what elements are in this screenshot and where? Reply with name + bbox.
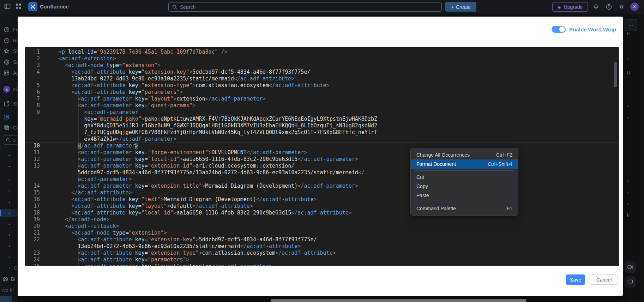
menu-item-cut[interactable]: Cut — [411, 173, 518, 182]
sidebar-tree-item[interactable]: • — [0, 198, 18, 206]
menu-item-copy[interactable]: Copy — [411, 182, 518, 191]
code-row[interactable]: 18 <ac:adf-attribute key="local-id">aa1a… — [25, 210, 619, 216]
sidebar-item-shortcuts[interactable]: Sh — [0, 99, 18, 108]
upgrade-button[interactable]: ◈ Upgrade — [552, 2, 588, 12]
chevron-expand-icon[interactable]: › — [627, 56, 629, 61]
code-row[interactable]: 12 <ac:adf-parameter key="local-id">aa1a… — [25, 156, 619, 163]
video-camera-icon[interactable] — [625, 261, 636, 273]
sidebar-tree-item[interactable]: › — [0, 175, 18, 183]
sidebar-tree-item[interactable]: • — [0, 242, 18, 250]
bullet-icon: • — [8, 232, 10, 238]
code-row[interactable]: 10 </ac:adf-parameter> — [25, 143, 619, 149]
collapse-sidebar-icon[interactable] — [4, 3, 11, 11]
sidebar-tree-item[interactable]: › — [0, 186, 18, 194]
code-row[interactable]: 8 <ac:adf-parameter key="guest-params"> — [25, 102, 619, 109]
menu-item-paste[interactable]: Paste — [411, 191, 518, 200]
code-text: <ac:adf-node type="extension"> — [40, 62, 161, 69]
sidebar-space-user[interactable]: xxi0 — [0, 85, 18, 93]
star-icon — [4, 48, 10, 54]
create-button[interactable]: + Create — [445, 2, 476, 12]
code-row[interactable]: 5ddcbd97-dcf5-4834-a46d-8f77f93f775e/13a… — [25, 169, 619, 176]
code-row[interactable]: 14 <ac:adf-parameter key="extension-titl… — [25, 183, 619, 189]
sidebar-tree-item[interactable]: › — [0, 253, 18, 261]
code-row[interactable]: 9 <ac:adf-parameter — [25, 109, 619, 116]
code-row[interactable]: 1<p local-id="9a239178-7e36-45a1-9abc-16… — [25, 49, 619, 55]
code-row[interactable]: 4 <ac:adf-attribute key="extension-key">… — [25, 69, 619, 76]
code-text: <ac:adf-parameter key="extension-title">… — [40, 183, 358, 189]
code-row[interactable]: 13ab24bd-0272-4d63-9c86-ec93a10a2235/sta… — [25, 243, 619, 250]
chevron-expand-icon[interactable]: › — [627, 178, 629, 184]
blog-label: Bl — [11, 276, 15, 282]
code-row[interactable]: 7 <ac:adf-parameter key="layout">extensi… — [25, 96, 619, 102]
code-row[interactable]: 21 <ac:adf-node type="extension"> — [25, 230, 619, 236]
code-row[interactable]: ac:adf-parameter> — [25, 176, 619, 183]
confluence-logo-icon[interactable] — [28, 2, 37, 11]
menu-item-command-palette[interactable]: Command PaletteF1 — [411, 204, 518, 213]
code-row[interactable]: 13 <ac:adf-parameter key="extension-id">… — [25, 163, 619, 169]
help-icon[interactable]: ? — [605, 3, 613, 11]
code-text: 13ab24bd-0272-4d63-9c86-ec93a10a2235/sta… — [40, 243, 301, 250]
sidebar-nav-item-fo[interactable]: Fo — [0, 25, 18, 34]
chevron-expand-icon[interactable]: › — [627, 201, 629, 207]
search-input[interactable]: Search — [168, 2, 442, 12]
clipped-text-fragment: R — [627, 70, 631, 76]
sidebar-item-current-page[interactable] — [0, 113, 18, 121]
source-editor-dialog: Enable Word Wrap 1<p local-id="9a239178-… — [18, 17, 623, 296]
code-row[interactable]: 3 <ac:adf-node type="extension"> — [25, 62, 619, 69]
menu-item-change-all-occurrences[interactable]: Change All OccurrencesCtrl+F2 — [411, 150, 518, 159]
chevron-expand-icon[interactable]: › — [627, 190, 629, 195]
code-row[interactable]: 23 <ac:adf-attribute key="extension-type… — [25, 250, 619, 256]
code-row[interactable]: ev4B7aZkIw</ac:adf-parameter> — [25, 136, 619, 143]
code-row[interactable]: 7_EzTUCguUDqjgeOKFG87V88FkFzdYjQrHprMUkL… — [25, 129, 619, 136]
sidebar-tree-item[interactable]: • — [0, 220, 18, 228]
sidebar-search-input[interactable]: S — [3, 135, 18, 145]
app-switcher-icon[interactable] — [16, 3, 22, 11]
code-row[interactable]: key="mermaid-pako">pako:eNptkLtuwzAMRX-F… — [25, 116, 619, 122]
sidebar-item-content[interactable]: Co — [0, 123, 18, 132]
code-row[interactable]: ghVf8duQDI5e5iJRJ-r1GbzBuN9_fGWXFJ0QQqal… — [25, 122, 619, 129]
line-number: 21 — [25, 230, 40, 236]
code-row[interactable]: 20 <ac:adf-fallback> — [25, 223, 619, 230]
code-row[interactable]: 5 <ac:adf-attribute key="extension-type"… — [25, 82, 619, 89]
sidebar-nav-item-sp[interactable]: Sp — [0, 58, 18, 66]
code-row[interactable]: 11 <ac:adf-parameter key="forge-environm… — [25, 149, 619, 156]
sidebar-tree-item[interactable]: • — [0, 163, 18, 170]
code-row[interactable]: 25 <ac:adf-parameter key="layout">extens… — [25, 263, 619, 266]
sidebar-tree-item[interactable]: • — [0, 231, 18, 239]
sidebar-tree-item[interactable]: • — [0, 209, 18, 217]
sidebar-tree-item[interactable]: • — [0, 152, 18, 159]
code-row[interactable]: 13ab24bd-0272-4d63-9c86-ec93a10a2235/sta… — [25, 76, 619, 82]
code-row[interactable]: 17 <ac:adf-attribute key="layout">defaul… — [25, 203, 619, 210]
cancel-button[interactable]: Cancel — [590, 274, 618, 285]
sidebar-nav-item-ap[interactable]: Ap — [0, 69, 18, 77]
line-number: 22 — [25, 236, 40, 243]
code-row[interactable]: 24 <ac:adf-attribute key="parameters"> — [25, 256, 619, 263]
more-options-button[interactable]: ⋯ — [625, 19, 637, 31]
notifications-bell-icon[interactable] — [592, 3, 600, 11]
code-editor[interactable]: 1<p local-id="9a239178-7e36-45a1-9abc-16… — [25, 47, 619, 266]
editor-scrollbar[interactable] — [614, 62, 617, 87]
menu-item-format-document[interactable]: Format DocumentCtrl+Shift+I — [411, 159, 518, 169]
code-row[interactable]: 16 <ac:adf-attribute key="text">Mermaid … — [25, 196, 619, 203]
chevron-right-icon: › — [8, 177, 10, 182]
settings-gear-icon[interactable] — [618, 3, 625, 11]
save-button[interactable]: Save — [566, 274, 585, 285]
code-row[interactable]: 6 <ac:adf-attribute key="parameters"> — [25, 89, 619, 96]
screen-share-icon[interactable] — [625, 276, 636, 288]
sidebar-nav-item-re[interactable]: Re — [0, 36, 18, 45]
chevron-expand-icon[interactable]: › — [627, 103, 629, 109]
chevron-expand-icon[interactable]: › — [627, 115, 629, 121]
code-text: <ac:adf-parameter key="layout">extension… — [40, 96, 266, 102]
sidebar-add-page-button[interactable]: +C — [0, 264, 18, 272]
code-row[interactable]: 2<ac:adf-extension> — [25, 55, 619, 62]
code-row[interactable]: 15 </ac:adf-attribute> — [25, 189, 619, 196]
sidebar-nav-item-st[interactable]: St — [0, 47, 18, 55]
menu-item-label: Copy — [416, 183, 428, 189]
user-avatar[interactable]: X — [630, 2, 639, 11]
page-behind-bottom — [18, 296, 623, 302]
right-panel-strip: ⋯ F›R›››››k — [623, 14, 644, 302]
code-row[interactable]: 22 <ac:adf-attribute key="extension-key"… — [25, 236, 619, 243]
sidebar-item-blogs[interactable]: 99Bl — [3, 276, 15, 282]
code-row[interactable]: 19 </ac:adf-node> — [25, 216, 619, 223]
word-wrap-toggle[interactable] — [552, 26, 566, 33]
